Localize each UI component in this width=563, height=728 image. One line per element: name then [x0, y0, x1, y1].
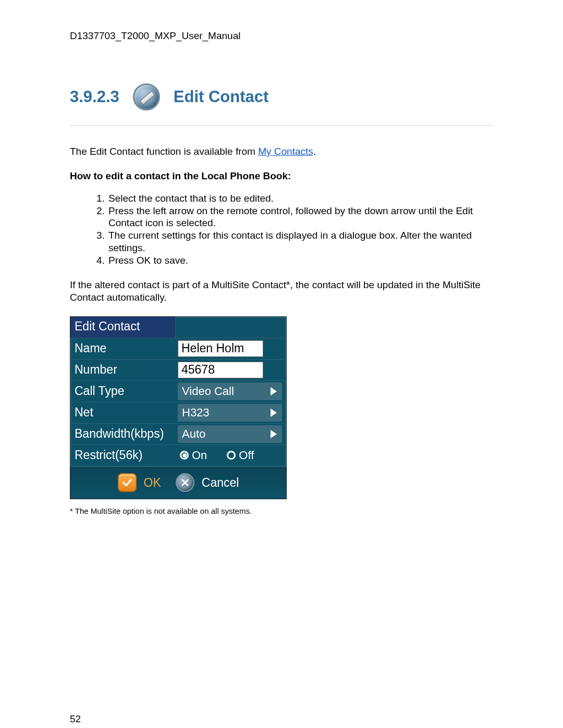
document-header: D1337703_T2000_MXP_User_Manual	[70, 30, 493, 42]
dialog-row-number: Number	[70, 360, 286, 381]
bandwidth-select[interactable]: Auto	[178, 425, 282, 443]
section-title: Edit Contact	[174, 88, 269, 106]
footnote: * The MultiSite option is not available …	[70, 507, 493, 515]
number-label: Number	[70, 363, 176, 377]
my-contacts-link[interactable]: My Contacts	[258, 146, 313, 157]
net-value: H323	[182, 406, 210, 419]
restrict-off-label: Off	[239, 449, 254, 462]
cancel-button-label[interactable]: Cancel	[202, 476, 239, 490]
bandwidth-value: Auto	[182, 427, 205, 441]
dialog-row-restrict: Restrict(56k) On Off	[70, 445, 286, 466]
number-input[interactable]	[178, 362, 263, 378]
edit-pencil-icon	[133, 83, 160, 110]
name-input[interactable]	[178, 340, 263, 357]
restrict-on-label: On	[192, 449, 207, 462]
dialog-row-bandwidth: Bandwidth(kbps) Auto	[70, 424, 286, 445]
multisite-note: If the altered contact is part of a Mult…	[70, 279, 493, 304]
net-select[interactable]: H323	[178, 404, 282, 422]
step-item: Select the contact that is to be edited.	[107, 192, 493, 205]
restrict-on-option[interactable]: On	[180, 449, 207, 462]
edit-contact-dialog: Edit Contact Name Number Call Type Video…	[70, 316, 287, 499]
arrow-right-icon	[271, 409, 277, 417]
dialog-row-calltype: Call Type Video Call	[70, 381, 286, 402]
dialog-footer: OK Cancel	[70, 466, 286, 499]
step-item: Press OK to save.	[107, 254, 493, 267]
name-label: Name	[70, 341, 176, 355]
arrow-right-icon	[271, 387, 277, 396]
howto-heading: How to edit a contact in the Local Phone…	[70, 170, 493, 182]
ok-button-label[interactable]: OK	[144, 476, 161, 490]
dialog-title-spacer	[176, 317, 286, 338]
restrict-label: Restrict(56k)	[70, 448, 176, 462]
net-label: Net	[70, 405, 176, 419]
section-heading: 3.9.2.3 Edit Contact	[70, 83, 493, 110]
page-number: 52	[70, 713, 493, 725]
calltype-value: Video Call	[182, 385, 234, 398]
section-number: 3.9.2.3	[70, 88, 119, 106]
radio-icon	[227, 451, 236, 460]
dialog-row-net: Net H323	[70, 402, 286, 424]
steps-list: Select the contact that is to be edited.…	[107, 192, 493, 267]
dialog-title: Edit Contact	[70, 317, 176, 338]
bandwidth-label: Bandwidth(kbps)	[70, 427, 176, 441]
cancel-x-icon[interactable]	[176, 473, 194, 492]
restrict-radio-group: On Off	[178, 449, 254, 462]
dialog-row-name: Name	[70, 338, 286, 360]
intro-text-post: .	[313, 146, 316, 157]
ok-check-icon[interactable]	[118, 473, 137, 492]
step-item: Press the left arrow on the remote contr…	[107, 205, 493, 230]
intro-paragraph: The Edit Contact function is available f…	[70, 145, 493, 158]
arrow-right-icon	[271, 430, 277, 438]
calltype-label: Call Type	[70, 384, 176, 398]
radio-icon	[180, 451, 189, 460]
restrict-off-option[interactable]: Off	[227, 449, 254, 462]
section-divider	[70, 125, 493, 126]
intro-text-pre: The Edit Contact function is available f…	[70, 146, 258, 157]
calltype-select[interactable]: Video Call	[178, 382, 282, 400]
step-item: The current settings for this contact is…	[107, 229, 493, 254]
